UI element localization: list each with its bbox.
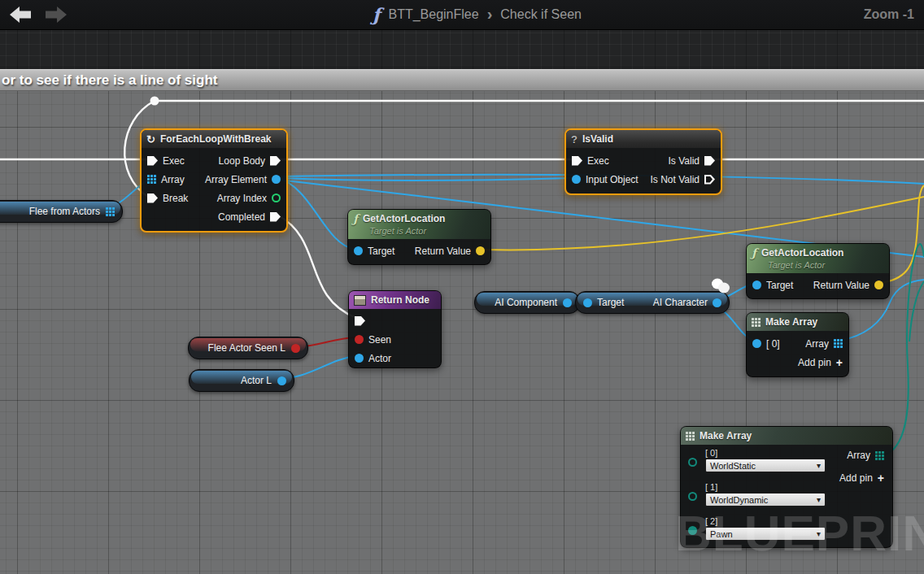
- blueprint-editor: or to see if there is a line of sight: [0, 0, 924, 574]
- array-pin-icon[interactable]: [147, 175, 156, 184]
- back-button[interactable]: [10, 7, 31, 23]
- pin-target[interactable]: Target: [752, 280, 793, 291]
- breadcrumb-separator-icon: ›: [487, 6, 493, 24]
- pin-exec[interactable]: Exec: [572, 155, 609, 167]
- vector-pin-icon[interactable]: [476, 246, 485, 255]
- pill-ai-component[interactable]: AI Component: [474, 291, 580, 314]
- node-make-array-small[interactable]: Make Array [ 0] Array Add pin+: [746, 312, 849, 377]
- node-header[interactable]: Make Array: [681, 427, 892, 445]
- exec-pin-icon[interactable]: [270, 156, 281, 166]
- add-pin-button[interactable]: Add pin +: [839, 472, 884, 485]
- object-pin-icon[interactable]: [713, 298, 721, 307]
- pin-array-out[interactable]: Array: [847, 450, 884, 461]
- node-title: Return Node: [371, 294, 429, 306]
- element-0-pin[interactable]: [688, 458, 697, 467]
- pin-array-index[interactable]: Array Index: [217, 193, 281, 204]
- chevron-down-icon: ▾: [817, 495, 821, 504]
- object-pin-icon[interactable]: [277, 376, 286, 385]
- object-pin-icon[interactable]: [355, 354, 364, 363]
- node-title: GetActorLocation: [761, 247, 843, 259]
- plus-icon: +: [836, 356, 843, 369]
- pin-array-out[interactable]: Array: [805, 338, 843, 350]
- object-pin-icon[interactable]: [572, 175, 581, 184]
- pill-flee-actor-seen[interactable]: Flee Actor Seen L: [188, 337, 308, 359]
- pin-element-0[interactable]: [ 0]: [752, 338, 780, 350]
- vector-pin-icon[interactable]: [874, 280, 883, 289]
- node-getactorlocation-2[interactable]: ƒ GetActorLocation Target is Actor Targe…: [746, 243, 890, 299]
- node-header[interactable]: Return Node: [349, 291, 441, 309]
- node-getactorlocation-1[interactable]: ƒ GetActorLocation Target is Actor Targe…: [347, 209, 491, 265]
- zoom-indicator: Zoom -1: [864, 0, 914, 29]
- exec-pin-icon[interactable]: [270, 212, 281, 222]
- object-pin-icon[interactable]: [563, 298, 572, 307]
- node-header[interactable]: ? IsValid: [566, 130, 721, 148]
- object-pin-icon[interactable]: [752, 280, 761, 289]
- node-header[interactable]: ƒ GetActorLocation Target is Actor: [348, 210, 490, 239]
- pin-exec[interactable]: Exec: [147, 155, 185, 167]
- graph-background-outer[interactable]: [0, 29, 924, 69]
- node-return[interactable]: Return Node Seen Actor: [348, 290, 442, 368]
- array-pin-icon[interactable]: [106, 207, 115, 216]
- element-0-dropdown[interactable]: WorldStatic ▾: [705, 459, 826, 472]
- node-subtitle: Target is Actor: [768, 261, 883, 270]
- chevron-down-icon: ▾: [817, 461, 821, 470]
- question-icon: ?: [571, 133, 578, 146]
- pin-actor[interactable]: Actor: [355, 353, 391, 364]
- pin-is-valid[interactable]: Is Valid: [669, 155, 715, 167]
- forward-button[interactable]: [46, 7, 67, 23]
- loop-icon: ↻: [146, 134, 155, 145]
- pin-break[interactable]: Break: [147, 193, 188, 204]
- pin-input-object[interactable]: Input Object: [572, 174, 639, 185]
- pill-ai-character[interactable]: Target AI Character: [575, 291, 730, 314]
- object-pin-icon[interactable]: [752, 339, 761, 348]
- pin-loop-body[interactable]: Loop Body: [219, 155, 281, 167]
- exec-pin-icon[interactable]: [704, 175, 715, 185]
- exec-pin-icon[interactable]: [147, 156, 158, 166]
- exec-pin-icon[interactable]: [704, 156, 715, 166]
- node-make-array-big[interactable]: Make Array Array Add pin + [ 0] WorldSta…: [680, 426, 893, 548]
- pin-array[interactable]: Array: [147, 174, 185, 185]
- exec-pin-icon[interactable]: [572, 156, 582, 166]
- pin-seen[interactable]: Seen: [355, 334, 391, 346]
- node-foreachloopwithbreak[interactable]: ↻ ForEachLoopWithBreak Exec Loop Body Ar…: [140, 128, 288, 233]
- graph-toolbar: ƒ BTT_BeginFlee › Check if Seen Zoom -1: [0, 0, 924, 30]
- comment-text: or to see if there is a line of sight: [2, 72, 217, 89]
- element-1: [ 1] WorldDynamic ▾: [705, 482, 826, 507]
- pill-actor-l[interactable]: Actor L: [189, 369, 294, 392]
- node-header[interactable]: Make Array: [747, 313, 848, 331]
- exec-pin-icon[interactable]: [355, 316, 365, 326]
- bool-pin-icon[interactable]: [291, 344, 300, 353]
- element-2-dropdown[interactable]: Pawn ▾: [705, 527, 826, 541]
- pin-is-not-valid[interactable]: Is Not Valid: [651, 174, 715, 185]
- element-0: [ 0] WorldStatic ▾: [705, 448, 826, 472]
- int-pin-icon[interactable]: [272, 194, 281, 202]
- pin-ai-character-out[interactable]: AI Character: [653, 297, 721, 308]
- pin-target-in[interactable]: Target: [583, 297, 624, 308]
- pin-return-value[interactable]: Return Value: [415, 246, 485, 257]
- node-title: ForEachLoopWithBreak: [160, 133, 272, 145]
- breadcrumb-root[interactable]: BTT_BeginFlee: [388, 7, 478, 22]
- object-pin-icon[interactable]: [583, 298, 592, 307]
- bool-pin-icon[interactable]: [355, 335, 364, 344]
- element-2-pin[interactable]: [688, 526, 697, 535]
- element-1-dropdown[interactable]: WorldDynamic ▾: [705, 493, 826, 507]
- pin-target[interactable]: Target: [354, 246, 394, 257]
- breadcrumb-current[interactable]: Check if Seen: [500, 7, 582, 22]
- comment-title-bar[interactable]: or to see if there is a line of sight: [0, 69, 924, 91]
- exec-pin-icon[interactable]: [147, 194, 158, 203]
- pill-flee-from-actors[interactable]: Flee from Actors: [0, 200, 123, 223]
- node-header[interactable]: ↻ ForEachLoopWithBreak: [142, 130, 286, 148]
- element-1-pin[interactable]: [688, 492, 697, 501]
- pin-exec[interactable]: [355, 316, 365, 326]
- pin-array-element[interactable]: Array Element: [205, 174, 281, 185]
- node-isvalid[interactable]: ? IsValid Exec Is Valid Input Object Is …: [564, 128, 722, 195]
- array-pin-icon[interactable]: [834, 339, 843, 348]
- pin-return-value[interactable]: Return Value: [813, 280, 883, 291]
- object-pin-icon[interactable]: [354, 246, 363, 255]
- array-pin-icon[interactable]: [875, 451, 884, 460]
- object-pin-icon[interactable]: [272, 175, 281, 184]
- chevron-down-icon: ▾: [817, 529, 821, 538]
- pin-completed[interactable]: Completed: [218, 211, 281, 223]
- node-header[interactable]: ƒ GetActorLocation Target is Actor: [747, 244, 889, 273]
- add-pin-button[interactable]: Add pin+: [798, 356, 843, 369]
